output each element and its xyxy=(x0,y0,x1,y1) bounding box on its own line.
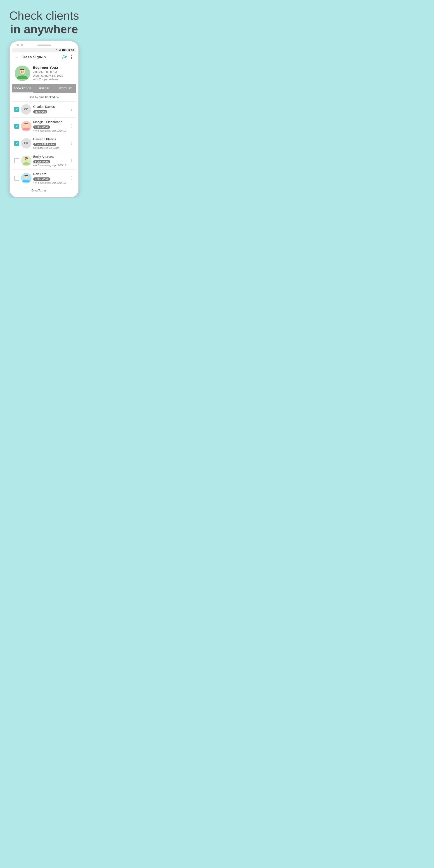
client-badge-2: 5 Class Pack xyxy=(33,125,50,129)
phone-dot-2 xyxy=(21,44,23,46)
client-checkbox-5[interactable] xyxy=(14,176,19,181)
battery-icon xyxy=(62,49,66,51)
client-badge-5: 5 Class Pack xyxy=(33,178,50,181)
svg-point-19 xyxy=(25,177,26,177)
client-avatar-2 xyxy=(21,121,31,131)
phone-top-bar xyxy=(12,44,76,46)
svg-point-8 xyxy=(23,71,24,71)
client-more-4[interactable]: ⋮ xyxy=(68,158,74,164)
partial-client-row: Gina Torres xyxy=(12,187,76,194)
svg-point-16 xyxy=(27,159,27,160)
tab-waitlist[interactable]: WAITLIST xyxy=(55,84,76,93)
client-info-4: Emily Andrews 5 Class Pack 4 of 5 remain… xyxy=(33,155,67,166)
back-button[interactable]: ← xyxy=(15,55,19,60)
client-more-1[interactable]: ⋮ xyxy=(68,106,74,112)
status-icons xyxy=(55,49,66,51)
client-list: CD Charles Davies Intro Pack ⋮ xyxy=(12,101,76,194)
list-item: Emily Andrews 5 Class Pack 4 of 5 remain… xyxy=(12,152,76,169)
client-info-1: Charles Davies Intro Pack xyxy=(33,105,67,114)
client-avatar-3: HP xyxy=(21,138,31,149)
hero-title: Check clients in anywhere xyxy=(7,9,81,36)
client-name-1: Charles Davies xyxy=(33,105,67,108)
svg-rect-3 xyxy=(60,49,61,51)
client-checkbox-3[interactable] xyxy=(14,141,19,146)
client-more-5[interactable]: ⋮ xyxy=(68,175,74,181)
client-expiry-2: 4 of 5 remaining exp 12/15/19 xyxy=(33,129,67,132)
client-more-3[interactable]: ⋮ xyxy=(68,140,74,146)
class-date: Wed, January 14, 2020 xyxy=(33,74,73,77)
svg-rect-1 xyxy=(59,50,60,51)
client-info-2: Maggie Hilldenbrand 5 Class Pack 4 of 5 … xyxy=(33,120,67,132)
svg-rect-0 xyxy=(58,51,59,51)
class-instructor: with Cooper Adams xyxy=(33,78,73,81)
sort-chevron-icon xyxy=(56,95,59,99)
list-item: HP Harrison Phillips 6 month Unlimited U… xyxy=(12,135,76,152)
client-more-2[interactable]: ⋮ xyxy=(68,123,74,129)
class-name: Beginner Yoga xyxy=(33,66,73,70)
client-expiry-5: 4 of 5 remaining exp 12/15/19 xyxy=(33,181,67,184)
client-expiry-4: 4 of 5 remaining exp 12/15/19 xyxy=(33,164,67,166)
sort-bar[interactable]: Sort by time booked xyxy=(12,93,76,101)
partial-client-name: Gina Torres xyxy=(31,189,46,192)
client-name-2: Maggie Hilldenbrand xyxy=(33,120,67,124)
phone-dot-1 xyxy=(17,44,19,46)
list-item: CD Charles Davies Intro Pack ⋮ xyxy=(12,101,76,118)
sort-label: Sort by time booked xyxy=(29,95,55,99)
phone-mockup: 12:30 ← Class Sign-In ⋮ xyxy=(0,36,88,198)
client-name-3: Harrison Phillips xyxy=(33,137,67,141)
client-avatar-1: CD xyxy=(21,104,31,115)
client-checkbox-2[interactable] xyxy=(14,124,19,129)
class-time: 7:00 AM - 8:00 AM xyxy=(33,70,73,74)
client-checkbox-1[interactable] xyxy=(14,107,19,112)
header-actions: ⋮ xyxy=(62,55,73,60)
svg-point-15 xyxy=(25,159,26,160)
add-person-button[interactable] xyxy=(62,55,67,60)
wifi-icon xyxy=(55,49,58,51)
client-info-3: Harrison Phillips 6 month Unlimited Unli… xyxy=(33,137,67,149)
client-avatar-4 xyxy=(21,156,31,166)
status-time: 12:30 xyxy=(68,49,74,52)
class-instructor-avatar xyxy=(15,66,30,81)
svg-rect-2 xyxy=(60,50,60,51)
hero-section: Check clients in anywhere xyxy=(0,0,88,36)
signal-icon xyxy=(58,49,61,51)
svg-point-20 xyxy=(27,177,27,177)
client-name-4: Emily Andrews xyxy=(33,155,67,158)
app-title: Class Sign-In xyxy=(22,55,62,59)
svg-point-11 xyxy=(25,125,26,125)
client-badge-1: Intro Pack xyxy=(33,110,47,114)
svg-point-12 xyxy=(27,125,27,125)
class-info: Beginner Yoga 7:00 AM - 8:00 AM Wed, Jan… xyxy=(12,62,76,84)
phone-speaker xyxy=(37,44,51,46)
svg-point-7 xyxy=(21,71,22,71)
client-badge-3: 6 month Unlimited xyxy=(33,143,56,146)
app-header: ← Class Sign-In ⋮ xyxy=(12,53,76,62)
list-item: Maggie Hilldenbrand 5 Class Pack 4 of 5 … xyxy=(12,118,76,135)
status-bar: 12:30 xyxy=(12,48,76,53)
client-badge-4: 5 Class Pack xyxy=(33,160,50,163)
hero-title-light: Check clients xyxy=(9,9,79,22)
list-item: Rob Fritz 5 Class Pack 4 of 5 remaining … xyxy=(12,169,76,187)
client-info-5: Rob Fritz 5 Class Pack 4 of 5 remaining … xyxy=(33,172,67,184)
client-expiry-3: Unlimited exp 12/12/19 xyxy=(33,147,67,149)
client-avatar-5 xyxy=(21,173,31,183)
hero-title-bold: in anywhere xyxy=(10,23,78,36)
client-name-5: Rob Fritz xyxy=(33,172,67,176)
phone-outer: 12:30 ← Class Sign-In ⋮ xyxy=(9,41,79,198)
tab-booked[interactable]: BOOKED 3/10 xyxy=(12,84,33,93)
client-checkbox-4[interactable] xyxy=(14,158,19,163)
phone-dots xyxy=(17,44,23,46)
tabs: BOOKED 3/10 UNPAID WAITLIST xyxy=(12,84,76,93)
class-details: Beginner Yoga 7:00 AM - 8:00 AM Wed, Jan… xyxy=(33,66,73,81)
tab-unpaid[interactable]: UNPAID xyxy=(33,84,55,93)
phone-screen: 12:30 ← Class Sign-In ⋮ xyxy=(12,48,76,194)
more-button[interactable]: ⋮ xyxy=(69,55,73,60)
